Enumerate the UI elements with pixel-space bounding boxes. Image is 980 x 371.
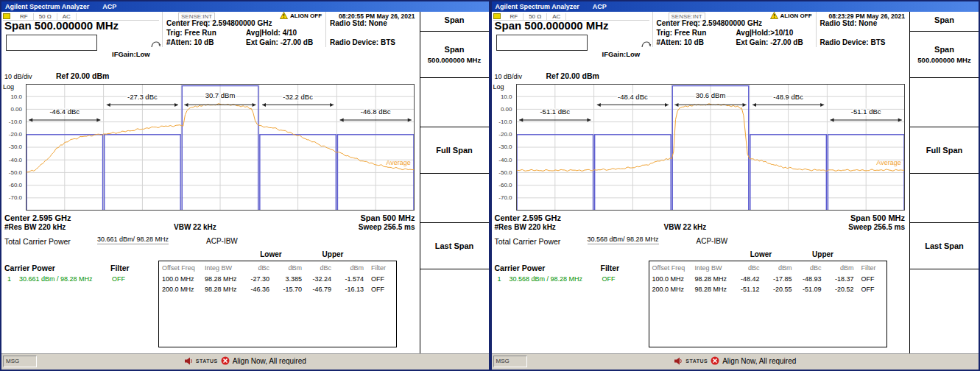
avg-hold-readout: Avg|Hold:>10/10 xyxy=(736,29,794,37)
cell: -51.12 xyxy=(732,286,760,293)
svg-text:-51.1 dBc: -51.1 dBc xyxy=(540,107,570,116)
y-axis-tick: -70.0 xyxy=(9,194,22,201)
warning-icon: ! xyxy=(280,12,288,19)
upper-group-header: Upper xyxy=(793,250,853,258)
center-freq-readout: Center Freq: 2.594800000 GHz xyxy=(166,19,272,27)
total-carrier-power-label: Total Carrier Power xyxy=(4,237,71,246)
svg-text:-48.9 dBc: -48.9 dBc xyxy=(773,93,803,101)
cell: -32.24 xyxy=(303,275,331,283)
scale-readout: 10 dB/div xyxy=(495,73,523,80)
span-readout: Span 500.000000 MHz xyxy=(4,19,119,32)
warning-icon: ! xyxy=(770,12,778,19)
status-bar: MSG STATUS Align Now, All required xyxy=(492,353,979,370)
y-axis: 10.0 0.00 -10.0 -20.0 -30.0 -40.0 -50.0 … xyxy=(1,84,24,211)
mode-title: ACP xyxy=(593,3,607,10)
cell: OFF xyxy=(861,275,884,283)
cell: -15.70 xyxy=(271,286,302,293)
spectrum-chart: Average-51.1 dBc-48.4 dBc30.6 dBm-48.9 d… xyxy=(516,84,905,211)
offset-table: Offset Freq Integ BW dBc dBm dBc dBm Fil… xyxy=(158,261,397,347)
ref-level-readout: Ref 20.00 dBm xyxy=(546,71,599,80)
cell: -48.93 xyxy=(794,275,822,283)
cell: OFF xyxy=(861,286,884,293)
filter-header: Filter xyxy=(601,264,620,272)
svg-text:!: ! xyxy=(283,13,284,18)
input-indicator-chip xyxy=(3,13,10,19)
y-axis-tick: -50.0 xyxy=(498,169,512,176)
sweep-readout: Sweep 256.5 ms xyxy=(359,223,415,231)
softkey-full-span[interactable]: Full Span xyxy=(420,127,489,174)
column-header-filter: Filter xyxy=(371,264,393,272)
cell: -16.13 xyxy=(333,286,364,293)
y-axis-tick: -60.0 xyxy=(498,182,512,188)
atten-readout: #Atten: 10 dB xyxy=(657,38,704,46)
cell: 98.28 MHz xyxy=(205,275,242,283)
carrier-power-header: Carrier Power xyxy=(495,264,546,272)
cell: -46.36 xyxy=(242,286,269,293)
softkey-last-span[interactable]: Last Span xyxy=(420,222,489,269)
span-footer-readout: Span 500 MHz xyxy=(361,213,415,222)
column-header-upper-dbm: dBm xyxy=(823,264,854,272)
column-header-lower-dbc: dBc xyxy=(732,264,760,272)
app-title: Agilent Spectrum Analyzer xyxy=(5,3,89,10)
svg-text:30.7 dBm: 30.7 dBm xyxy=(205,91,236,99)
softkey-menu-title: Span xyxy=(420,15,489,24)
lower-group-header: Lower xyxy=(731,250,792,258)
ifgain-readout: IFGain:Low xyxy=(602,50,641,58)
cell: -51.09 xyxy=(794,286,822,293)
svg-text:-48.4 dBc: -48.4 dBc xyxy=(618,93,648,101)
cell: -20.52 xyxy=(823,286,854,293)
svg-text:!: ! xyxy=(773,13,775,18)
y-axis-tick: -40.0 xyxy=(9,157,22,163)
autocouple-icon xyxy=(150,40,162,50)
titlebar: Agilent Spectrum Analyzer ACP xyxy=(492,1,979,12)
speaker-icon xyxy=(674,357,683,365)
cell: -48.42 xyxy=(732,275,760,283)
dual-analyzer-screenshot: Agilent Spectrum Analyzer ACP RF 50 Ω AC… xyxy=(0,0,980,371)
softkey-span[interactable]: Span 500.000000 MHz xyxy=(420,31,489,78)
center-freq-readout: Center Freq: 2.594800000 GHz xyxy=(657,19,762,27)
y-axis-tick: 0.00 xyxy=(10,106,22,113)
status-label: STATUS xyxy=(196,358,218,364)
column-header-lower-dbc: dBc xyxy=(242,264,269,272)
y-axis-tick: -10.0 xyxy=(9,119,22,125)
cell: -46.79 xyxy=(303,286,331,293)
cell: -18.37 xyxy=(823,275,854,283)
radio-std-readout: Radio Std: None xyxy=(330,19,387,27)
vbw-readout: VBW 22 kHz xyxy=(664,223,707,231)
y-axis-tick: -50.0 xyxy=(9,169,22,176)
softkey-last-span[interactable]: Last Span xyxy=(910,222,979,269)
radio-device-readout: Radio Device: BTS xyxy=(330,38,395,46)
align-label: ALIGN OFF xyxy=(780,13,812,19)
input-indicator-chip xyxy=(493,13,501,19)
column-header-upper-dbc: dBc xyxy=(303,264,331,272)
total-carrier-power-value: 30.568 dBm/ 98.28 MHz xyxy=(588,236,659,244)
speaker-icon xyxy=(184,357,193,365)
softkey-menu-title: Span xyxy=(910,15,979,24)
softkey-span[interactable]: Span 500.000000 MHz xyxy=(910,31,979,78)
y-axis-tick: -30.0 xyxy=(498,144,512,150)
svg-text:Average: Average xyxy=(386,159,410,166)
softkey-span-label: Span xyxy=(445,45,465,54)
softkey-full-span[interactable]: Full Span xyxy=(910,127,979,174)
vbw-readout: VBW 22 kHz xyxy=(174,223,216,231)
center-footer-readout: Center 2.595 GHz xyxy=(4,213,71,222)
cell: 200.0 MHz xyxy=(162,286,202,293)
titlebar: Agilent Spectrum Analyzer ACP xyxy=(1,1,489,12)
ext-gain-readout: Ext Gain: -27.00 dB xyxy=(736,38,803,46)
align-label: ALIGN OFF xyxy=(290,13,322,19)
center-footer-readout: Center 2.595 GHz xyxy=(495,213,561,222)
offset-table: Offset Freq Integ BW dBc dBm dBc dBm Fil… xyxy=(649,261,887,347)
error-icon xyxy=(711,356,719,365)
status-cluster: STATUS Align Now, All required xyxy=(492,356,979,365)
cell: 100.0 MHz xyxy=(162,275,202,283)
y-axis-tick: 0.00 xyxy=(501,106,512,113)
carrier-row-value: 30.661 dBm / 98.28 MHz xyxy=(19,275,93,283)
y-axis-tick: -10.0 xyxy=(498,119,512,125)
cell: 98.28 MHz xyxy=(695,286,732,293)
analyzer-window: Agilent Spectrum Analyzer ACP RF 50 Ω AC… xyxy=(1,1,489,370)
spectrum-chart: Average-46.4 dBc-27.3 dBc30.7 dBm-32.2 d… xyxy=(26,84,415,211)
cell: 200.0 MHz xyxy=(652,286,692,293)
status-bar: MSG STATUS Align Now, All required xyxy=(1,353,489,370)
svg-text:-46.8 dBc: -46.8 dBc xyxy=(361,107,391,116)
carrier-row-value: 30.568 dBm / 98.28 MHz xyxy=(510,275,583,283)
